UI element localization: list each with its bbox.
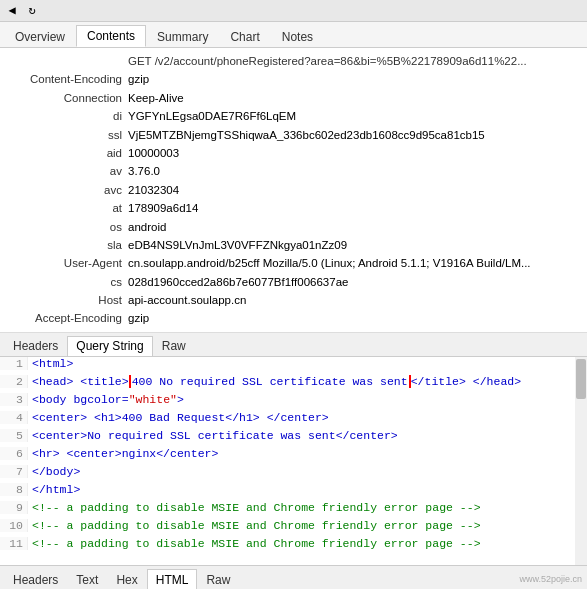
code-line-7: 7 </body> <box>0 465 587 483</box>
main-tabs: Overview Contents Summary Chart Notes <box>0 22 587 48</box>
main-content: Overview Contents Summary Chart Notes GE… <box>0 22 587 589</box>
sla-row: sla eDB4NS9LVnJmL3V0VFFZNkgya01nZz09 <box>8 236 579 254</box>
sub-tab-raw[interactable]: Raw <box>153 336 195 356</box>
tab-contents[interactable]: Contents <box>76 25 146 47</box>
di-row: di YGFYnLEgsa0DAE7R6Ff6LqEM <box>8 107 579 125</box>
bottom-tab-raw[interactable]: Raw <box>197 569 239 589</box>
bottom-tabs: Headers Text Hex HTML Raw <box>0 565 587 589</box>
url-row: GET /v2/account/phoneRegistered?area=86&… <box>8 52 579 70</box>
os-label: os <box>8 218 128 236</box>
request-panel: GET /v2/account/phoneRegistered?area=86&… <box>0 48 587 333</box>
refresh-icon[interactable]: ↻ <box>24 3 40 19</box>
cs-row: cs 028d1960cced2a86b7e6077Bf1ff006637ae <box>8 273 579 291</box>
sub-tabs: Headers Query String Raw <box>0 333 587 357</box>
accept-encoding-value: gzip <box>128 309 579 327</box>
aid-row: aid 10000003 <box>8 144 579 162</box>
ssl-label: ssl <box>8 126 128 144</box>
connection-value: Keep-Alive <box>128 89 579 107</box>
ssl-value: VjE5MTZBNjemgTSShiqwaA_336bc602ed23db160… <box>128 126 579 144</box>
content-encoding-row: Content-Encoding gzip <box>8 70 579 88</box>
accept-encoding-label: Accept-Encoding <box>8 309 128 327</box>
host-row: Host api-account.soulapp.cn <box>8 291 579 309</box>
host-value: api-account.soulapp.cn <box>128 291 579 309</box>
code-line-5: 5 <center>No required SSL certificate wa… <box>0 429 587 447</box>
bottom-tab-text[interactable]: Text <box>67 569 107 589</box>
code-line-10: 10 <!-- a padding to disable MSIE and Ch… <box>0 519 587 537</box>
watermark: www.52pojie.cn <box>519 574 582 584</box>
cs-value: 028d1960cced2a86b7e6077Bf1ff006637ae <box>128 273 579 291</box>
code-line-9: 9 <!-- a padding to disable MSIE and Chr… <box>0 501 587 519</box>
content-encoding-label: Content-Encoding <box>8 70 128 88</box>
at-value: 178909a6d14 <box>128 199 579 217</box>
os-value: android <box>128 218 579 236</box>
av-value: 3.76.0 <box>128 162 579 180</box>
code-line-8: 8 </html> <box>0 483 587 501</box>
connection-row: Connection Keep-Alive <box>8 89 579 107</box>
toolbar: ◀ ↻ <box>0 0 587 22</box>
code-line-11: 11 <!-- a padding to disable MSIE and Ch… <box>0 537 587 555</box>
avc-label: avc <box>8 181 128 199</box>
sla-value: eDB4NS9LVnJmL3V0VFFZNkgya01nZz09 <box>128 236 579 254</box>
tab-chart[interactable]: Chart <box>219 25 270 47</box>
tab-summary[interactable]: Summary <box>146 25 219 47</box>
connection-label: Connection <box>8 89 128 107</box>
accept-encoding-row: Accept-Encoding gzip <box>8 309 579 327</box>
content-encoding-value: gzip <box>128 70 579 88</box>
code-line-2: 2 <head> <title>400 No required SSL cert… <box>0 375 587 393</box>
code-area[interactable]: 1 <html> 2 <head> <title>400 No required… <box>0 357 587 565</box>
back-icon[interactable]: ◀ <box>4 3 20 19</box>
os-row: os android <box>8 218 579 236</box>
at-row: at 178909a6d14 <box>8 199 579 217</box>
aid-value: 10000003 <box>128 144 579 162</box>
url-value: GET /v2/account/phoneRegistered?area=86&… <box>128 52 579 70</box>
code-line-3: 3 <body bgcolor="white"> <box>0 393 587 411</box>
code-line-1: 1 <html> <box>0 357 587 375</box>
ua-label: User-Agent <box>8 254 128 272</box>
host-label: Host <box>8 291 128 309</box>
cs-label: cs <box>8 273 128 291</box>
ssl-row: ssl VjE5MTZBNjemgTSShiqwaA_336bc602ed23d… <box>8 126 579 144</box>
bottom-tab-hex[interactable]: Hex <box>107 569 146 589</box>
code-line-4: 4 <center> <h1>400 Bad Request</h1> </ce… <box>0 411 587 429</box>
ua-row: User-Agent cn.soulapp.android/b25cff Moz… <box>8 254 579 272</box>
tab-notes[interactable]: Notes <box>271 25 324 47</box>
bottom-tab-html[interactable]: HTML <box>147 569 198 589</box>
sla-label: sla <box>8 236 128 254</box>
code-line-6: 6 <hr> <center>nginx</center> <box>0 447 587 465</box>
sub-tab-query-string[interactable]: Query String <box>67 336 152 356</box>
avc-value: 21032304 <box>128 181 579 199</box>
av-label: av <box>8 162 128 180</box>
av-row: av 3.76.0 <box>8 162 579 180</box>
bottom-tab-headers[interactable]: Headers <box>4 569 67 589</box>
aid-label: aid <box>8 144 128 162</box>
di-value: YGFYnLEgsa0DAE7R6Ff6LqEM <box>128 107 579 125</box>
sub-tab-headers[interactable]: Headers <box>4 336 67 356</box>
scrollbar-thumb[interactable] <box>576 359 586 399</box>
scrollbar-track[interactable] <box>575 357 587 565</box>
at-label: at <box>8 199 128 217</box>
di-label: di <box>8 107 128 125</box>
ua-value: cn.soulapp.android/b25cff Mozilla/5.0 (L… <box>128 254 579 272</box>
avc-row: avc 21032304 <box>8 181 579 199</box>
tab-overview[interactable]: Overview <box>4 25 76 47</box>
